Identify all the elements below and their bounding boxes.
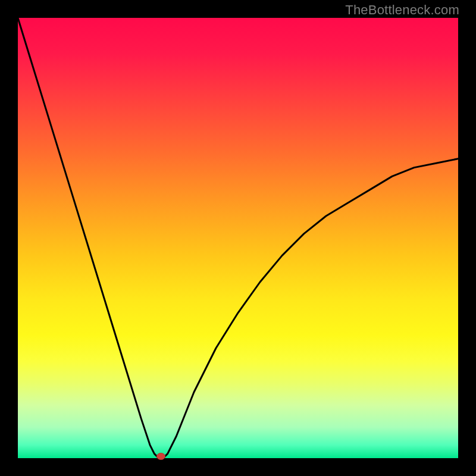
chart-frame: TheBottleneck.com (0, 0, 476, 476)
optimum-marker (157, 453, 165, 460)
watermark-text: TheBottleneck.com (345, 2, 459, 18)
curve-svg (18, 18, 458, 458)
plot-area (18, 18, 458, 458)
bottleneck-curve (18, 18, 458, 458)
